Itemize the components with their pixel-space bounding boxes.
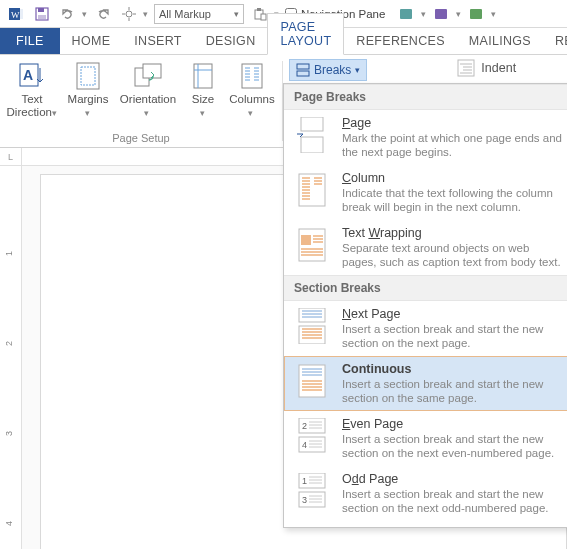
columns-button[interactable]: Columns▾ bbox=[228, 59, 276, 130]
even-page-title: Even Page bbox=[342, 417, 562, 431]
tab-review-partial[interactable]: RE bbox=[543, 28, 567, 54]
color-swatch-2[interactable] bbox=[432, 4, 452, 24]
header-page-breaks: Page Breaks bbox=[284, 84, 567, 110]
svg-rect-16 bbox=[470, 9, 482, 19]
tab-page-layout[interactable]: PAGE LAYOUT bbox=[267, 13, 344, 55]
tab-references[interactable]: REFERENCES bbox=[344, 28, 456, 54]
text-direction-button[interactable]: A TextDirection ▾ bbox=[6, 59, 58, 130]
svg-text:2: 2 bbox=[302, 421, 307, 431]
svg-rect-61 bbox=[299, 308, 325, 322]
next-page-desc: Insert a section break and start the new… bbox=[342, 322, 562, 350]
svg-rect-13 bbox=[261, 14, 266, 20]
menuitem-odd-page[interactable]: 13 Odd Page Insert a section break and s… bbox=[284, 466, 567, 521]
menuitem-text-wrapping-break[interactable]: Text Wrapping Separate text around objec… bbox=[284, 220, 567, 275]
touch-dropdown-icon[interactable]: ▾ bbox=[143, 9, 148, 19]
svg-text:3: 3 bbox=[302, 495, 307, 505]
indent-label: Indent bbox=[481, 59, 516, 75]
tab-file[interactable]: FILE bbox=[0, 28, 60, 54]
svg-rect-40 bbox=[301, 137, 323, 153]
word-app-icon: W bbox=[6, 4, 26, 24]
text-direction-icon: A bbox=[18, 59, 46, 93]
indent-icon bbox=[457, 59, 475, 77]
svg-rect-38 bbox=[297, 71, 309, 76]
ribbon: A TextDirection ▾ Margins▾ Orientation▾ bbox=[0, 55, 567, 148]
vertical-ruler[interactable]: 1 2 3 4 bbox=[0, 166, 22, 549]
menuitem-page-break[interactable]: Page Mark the point at which one page en… bbox=[284, 110, 567, 165]
text-wrapping-icon bbox=[294, 226, 330, 264]
continuous-icon bbox=[294, 362, 330, 400]
markup-value: All Markup bbox=[159, 8, 211, 20]
menuitem-continuous[interactable]: Continuous Insert a section break and st… bbox=[284, 356, 567, 411]
ruler-corner: L bbox=[0, 148, 22, 166]
page-setup-group-label: Page Setup bbox=[112, 130, 170, 147]
svg-text:4: 4 bbox=[302, 440, 307, 450]
orientation-label: Orientation▾ bbox=[120, 93, 176, 120]
chevron-down-icon: ▾ bbox=[355, 65, 360, 75]
group-page-setup: A TextDirection ▾ Margins▾ Orientation▾ bbox=[0, 55, 282, 147]
svg-point-6 bbox=[126, 11, 132, 17]
svg-rect-12 bbox=[257, 8, 261, 11]
svg-text:1: 1 bbox=[302, 476, 307, 486]
tab-insert[interactable]: INSERT bbox=[122, 28, 193, 54]
next-page-title: Next Page bbox=[342, 307, 562, 321]
column-break-icon bbox=[294, 171, 330, 209]
odd-page-icon: 13 bbox=[294, 472, 330, 510]
page-break-icon bbox=[294, 116, 330, 154]
chevron-down-icon: ▾ bbox=[234, 9, 239, 19]
save-button[interactable] bbox=[32, 4, 52, 24]
page-break-title: Page bbox=[342, 116, 562, 130]
swatch2-dropdown-icon[interactable]: ▾ bbox=[456, 9, 461, 19]
next-page-icon bbox=[294, 307, 330, 345]
tab-home[interactable]: HOME bbox=[60, 28, 123, 54]
menuitem-column-break[interactable]: Column Indicate that the text following … bbox=[284, 165, 567, 220]
page-break-desc: Mark the point at which one page ends an… bbox=[342, 131, 562, 159]
continuous-desc: Insert a section break and start the new… bbox=[342, 377, 562, 405]
size-label: Size▾ bbox=[192, 93, 214, 120]
svg-rect-14 bbox=[400, 9, 412, 19]
svg-rect-98 bbox=[458, 60, 474, 76]
ruler-tick-2: 2 bbox=[4, 341, 14, 346]
redo-button[interactable] bbox=[93, 4, 113, 24]
odd-page-title: Odd Page bbox=[342, 472, 562, 486]
svg-rect-5 bbox=[38, 15, 46, 19]
size-icon bbox=[192, 59, 214, 93]
tab-design[interactable]: DESIGN bbox=[194, 28, 268, 54]
svg-rect-39 bbox=[301, 117, 323, 131]
swatch1-dropdown-icon[interactable]: ▾ bbox=[421, 9, 426, 19]
ribbon-tabs: FILE HOME INSERT DESIGN PAGE LAYOUT REFE… bbox=[0, 28, 567, 55]
color-swatch-3[interactable] bbox=[467, 4, 487, 24]
undo-dropdown-icon[interactable]: ▾ bbox=[82, 9, 87, 19]
text-wrapping-title: Text Wrapping bbox=[342, 226, 562, 240]
breaks-icon bbox=[296, 63, 310, 77]
breaks-button[interactable]: Breaks ▾ bbox=[289, 59, 367, 81]
column-break-desc: Indicate that the text following the col… bbox=[342, 186, 562, 214]
tab-mailings[interactable]: MAILINGS bbox=[457, 28, 543, 54]
breaks-label: Breaks bbox=[314, 63, 351, 77]
header-section-breaks: Section Breaks bbox=[284, 275, 567, 301]
even-page-desc: Insert a section break and start the new… bbox=[342, 432, 562, 460]
svg-rect-22 bbox=[143, 64, 161, 78]
menuitem-even-page[interactable]: 24 Even Page Insert a section break and … bbox=[284, 411, 567, 466]
svg-text:A: A bbox=[23, 67, 33, 83]
margins-button[interactable]: Margins▾ bbox=[64, 59, 112, 130]
svg-rect-37 bbox=[297, 64, 309, 69]
svg-rect-23 bbox=[194, 64, 212, 88]
svg-rect-1 bbox=[20, 9, 23, 19]
undo-button[interactable] bbox=[58, 4, 78, 24]
touch-mode-button[interactable] bbox=[119, 4, 139, 24]
size-button[interactable]: Size▾ bbox=[184, 59, 222, 130]
orientation-icon bbox=[133, 59, 163, 93]
margins-icon bbox=[75, 59, 101, 93]
menuitem-next-page[interactable]: Next Page Insert a section break and sta… bbox=[284, 301, 567, 356]
swatch3-dropdown-icon[interactable]: ▾ bbox=[491, 9, 496, 19]
svg-rect-4 bbox=[38, 8, 44, 12]
markup-dropdown[interactable]: All Markup ▾ bbox=[154, 4, 244, 24]
columns-icon bbox=[240, 59, 264, 93]
breaks-dropdown: Page Breaks Page Mark the point at which… bbox=[283, 83, 567, 528]
text-direction-label: TextDirection ▾ bbox=[7, 93, 58, 120]
color-swatch-1[interactable] bbox=[397, 4, 417, 24]
orientation-button[interactable]: Orientation▾ bbox=[118, 59, 178, 130]
ruler-tick-1: 1 bbox=[4, 251, 14, 256]
margins-label: Margins▾ bbox=[68, 93, 109, 120]
text-wrapping-desc: Separate text around objects on web page… bbox=[342, 241, 562, 269]
